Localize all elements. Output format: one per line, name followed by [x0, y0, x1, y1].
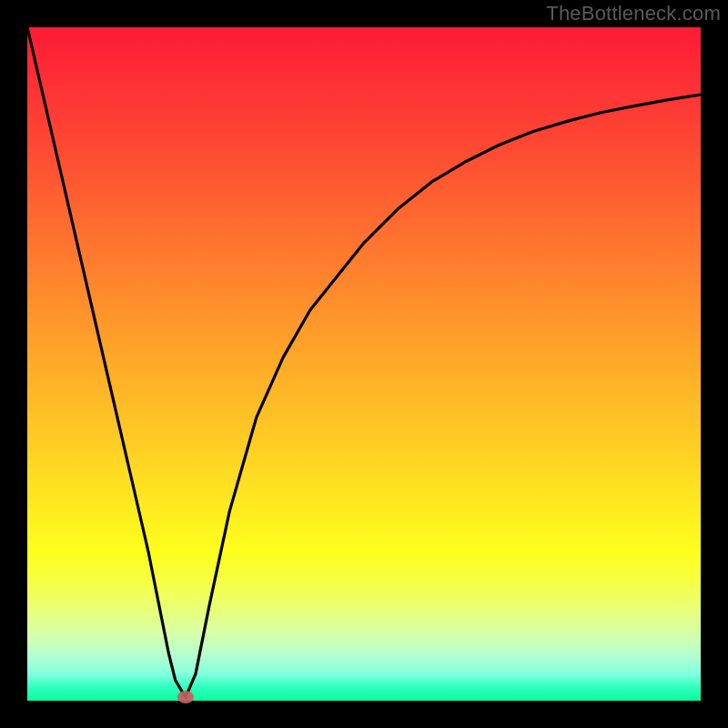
attribution-label: TheBottleneck.com [546, 2, 721, 25]
curve-svg [27, 27, 701, 701]
plot-area [27, 27, 701, 701]
data-curve [27, 27, 701, 697]
chart-container: TheBottleneck.com [0, 0, 728, 728]
minimum-marker [177, 691, 194, 703]
